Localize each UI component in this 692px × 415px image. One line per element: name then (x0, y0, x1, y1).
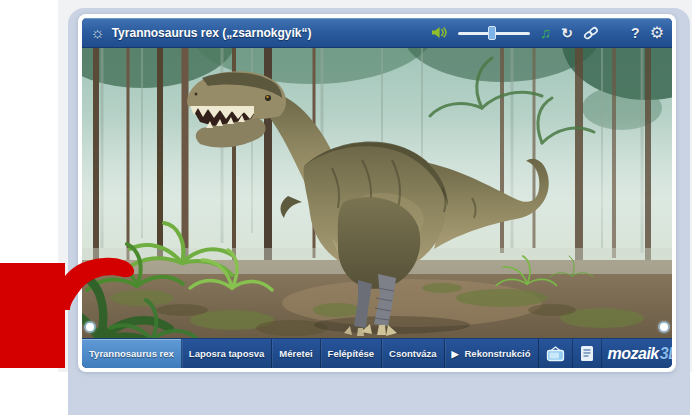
document-icon (580, 345, 594, 362)
tab-label: Rekonstrukció (465, 348, 531, 359)
volume-slider[interactable] (458, 26, 530, 40)
document-button[interactable] (573, 339, 602, 368)
mozaik3d-logo[interactable]: mozaik 3D (602, 339, 673, 368)
header-controls: ♫ ↻ ? ⚙ (431, 24, 664, 41)
tv-icon (546, 346, 565, 362)
viewer-header: ☼ Tyrannosaurus rex („zsarnokgyík“) ♫ ↻ (82, 18, 672, 48)
tab-label: Laposra taposva (189, 348, 265, 359)
page-title: Tyrannosaurus rex („zsarnokgyík“) (112, 26, 312, 40)
sun-icon: ☼ (90, 25, 105, 41)
help-icon[interactable]: ? (631, 26, 640, 40)
link-icon[interactable] (583, 26, 599, 40)
gear-icon[interactable]: ⚙ (650, 25, 664, 41)
tab-felepitese[interactable]: Felépítése (321, 339, 382, 368)
play-icon: ▶ (452, 349, 459, 359)
music-note-icon[interactable]: ♫ (540, 24, 551, 41)
grid-icon[interactable] (609, 27, 621, 39)
tab-laposra-taposva[interactable]: Laposra taposva (182, 339, 273, 368)
tab-meretei[interactable]: Méretei (272, 339, 320, 368)
logo-suffix: 3D (660, 345, 672, 363)
tv-button[interactable] (539, 339, 573, 368)
3d-viewport[interactable] (82, 48, 672, 338)
viewer-frame: ☼ Tyrannosaurus rex („zsarnokgyík“) ♫ ↻ (82, 18, 672, 368)
tab-csontvaza[interactable]: Csontváza (382, 339, 445, 368)
rotate-handle-left[interactable] (86, 323, 94, 331)
viewer-window: ☼ Tyrannosaurus rex („zsarnokgyík“) ♫ ↻ (78, 14, 676, 372)
reset-view-icon[interactable]: ↻ (561, 26, 573, 40)
tab-label: Csontváza (389, 348, 437, 359)
tab-label: Felépítése (328, 348, 374, 359)
annotation-arrow-icon (52, 248, 138, 312)
volume-slider-handle[interactable] (488, 26, 496, 40)
tab-label: Méretei (279, 348, 312, 359)
volume-icon[interactable] (431, 26, 448, 39)
logo-brand: mozaik (608, 345, 659, 363)
tab-bar: Tyrannosaurus rex Laposra taposva Mérete… (82, 338, 672, 368)
tab-rekonstrukcio[interactable]: ▶ Rekonstrukció (445, 339, 539, 368)
tab-label: Tyrannosaurus rex (89, 348, 174, 359)
forest-scene-svg (82, 48, 672, 338)
tab-tyrannosaurus-rex[interactable]: Tyrannosaurus rex (82, 339, 182, 368)
rotate-handle-right[interactable] (660, 323, 668, 331)
